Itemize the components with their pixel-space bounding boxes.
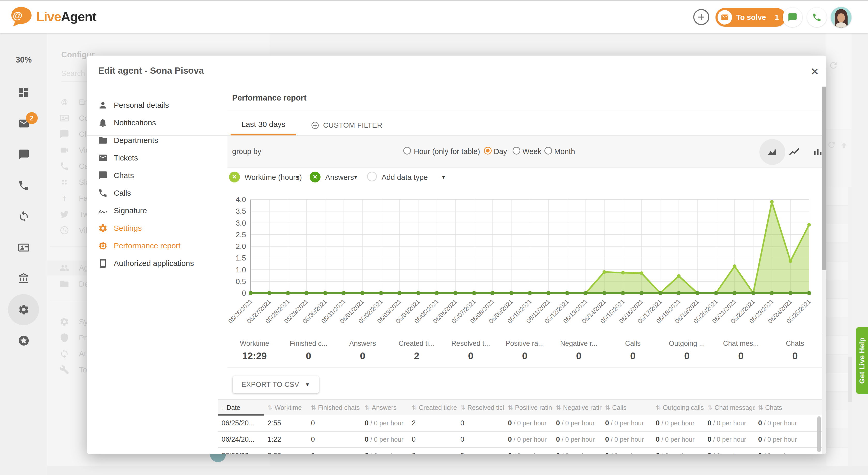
svg-text:1.0: 1.0 — [236, 266, 246, 274]
column-header-resolved-tickets[interactable]: ⇅Resolved tickets — [457, 400, 504, 416]
add-data-type-chip[interactable]: Add data type — [381, 173, 428, 182]
radio-day[interactable] — [484, 147, 492, 155]
sort-icon[interactable]: ⇅ — [311, 404, 316, 411]
sort-icon[interactable]: ⇅ — [268, 404, 273, 411]
tab-last-30-days[interactable]: Last 30 days — [230, 115, 296, 136]
phone-icon — [98, 188, 108, 198]
sort-icon[interactable]: ⇅ — [758, 404, 763, 411]
column-header-finished-chats[interactable]: ⇅Finished chats — [307, 400, 361, 416]
radio-month[interactable] — [545, 147, 552, 155]
sort-icon[interactable]: ⇅ — [460, 404, 465, 411]
add-new-button[interactable] — [693, 9, 709, 25]
chart-type-area-chart-button[interactable] — [760, 139, 785, 165]
modal-menu-signature[interactable]: Signature — [87, 202, 221, 219]
export-to-csv-label: EXPORT TO CSV — [241, 381, 299, 389]
chip-worktime-hours[interactable]: Worktime (hours) — [245, 173, 302, 182]
sort-icon[interactable]: ⇅ — [656, 404, 661, 411]
sort-icon[interactable]: ⇅ — [556, 404, 561, 411]
add-data-type-icon[interactable] — [367, 171, 377, 182]
chevron-down-icon[interactable]: ▼ — [441, 174, 446, 180]
export-to-csv-button[interactable]: EXPORT TO CSV ▼ — [232, 376, 319, 393]
sort-icon[interactable]: ⇅ — [508, 404, 513, 411]
svg-text:0.5: 0.5 — [236, 277, 246, 286]
sidebar-item-mail[interactable]: 2 — [0, 108, 47, 139]
sort-icon[interactable]: ⇅ — [412, 404, 417, 411]
stat-value: 0 — [660, 351, 714, 361]
sort-icon[interactable]: ⇅ — [365, 404, 370, 411]
sidebar-item-star-circle[interactable] — [0, 325, 47, 356]
modal-title: Edit agent - Sona Pisova — [98, 65, 204, 76]
sort-icon[interactable]: ⇅ — [708, 404, 712, 411]
modal-menu-chats[interactable]: Chats — [87, 167, 221, 184]
remove-chip-icon[interactable]: ✕ — [310, 171, 320, 183]
sidebar-item-id-card[interactable] — [0, 232, 47, 263]
remove-chip-icon[interactable]: ✕ — [229, 171, 240, 183]
close-icon[interactable]: ✕ — [809, 65, 821, 78]
modal-menu-departments[interactable]: Departments — [87, 131, 221, 149]
liveagent-logo[interactable]: @ LiveAgent — [10, 6, 96, 27]
sort-icon[interactable]: ↓ — [221, 404, 225, 411]
modal-menu-personal-details[interactable]: Personal details — [87, 96, 221, 114]
radio-week[interactable] — [513, 147, 520, 155]
modal-menu-notifications[interactable]: Notifications — [87, 114, 221, 131]
radio-label-day[interactable]: Day — [494, 147, 507, 156]
column-header-positive-rating[interactable]: ⇅Positive rating — [504, 400, 552, 416]
modal-scrollbar[interactable] — [822, 86, 826, 454]
cell-chats: 0 / 0 per hour — [754, 415, 822, 431]
sort-icon[interactable]: ⇅ — [605, 404, 610, 411]
user-avatar[interactable] — [831, 7, 851, 28]
to-solve-button[interactable]: To solve 1 — [715, 8, 786, 27]
sidebar-item-phone[interactable] — [0, 170, 47, 201]
sidebar-item-gear[interactable] — [0, 294, 47, 325]
modal-scrollbar-thumb[interactable] — [822, 87, 826, 270]
sidebar-item-bank[interactable] — [0, 263, 47, 294]
app: Configur Search ... @EmCoChVidCaSlafFaTw… — [0, 0, 868, 475]
chevron-down-icon[interactable]: ▼ — [353, 174, 358, 180]
column-header-chat-messages[interactable]: ⇅Chat messages — [704, 400, 754, 416]
performance-table: ↓Date⇅Worktime⇅Finished chats⇅Answers⇅Cr… — [218, 399, 822, 454]
stat-label: Calls — [606, 340, 660, 348]
folder-icon — [98, 135, 108, 145]
stat-value: 0 — [552, 351, 606, 361]
sidebar-item-sync[interactable] — [0, 201, 47, 232]
column-header-created-tickets[interactable]: ⇅Created tickets — [408, 400, 457, 416]
signature-icon — [98, 206, 108, 216]
svg-text:@: @ — [13, 10, 22, 21]
table-row[interactable]: 06/24/20...1:2200 / 0 per hour000 / 0 pe… — [218, 432, 822, 448]
column-header-chats[interactable]: ⇅Chats — [754, 400, 822, 416]
stat-value: 0 — [606, 351, 660, 361]
sidebar-item-dashboard[interactable] — [0, 77, 47, 108]
radio-label-week[interactable]: Week — [522, 147, 541, 156]
column-header-date[interactable]: ↓Date — [218, 400, 264, 416]
radio-hour-only-for-table[interactable] — [403, 147, 411, 155]
plus-circle-icon — [311, 121, 319, 130]
radio-label-hour-only-for-table[interactable]: Hour (only for table) — [414, 147, 480, 156]
cell-answers: 0 / 0 per hour — [361, 448, 408, 454]
column-header-calls[interactable]: ⇅Calls — [601, 400, 652, 416]
column-header-worktime[interactable]: ⇅Worktime — [264, 400, 307, 416]
chevron-down-icon[interactable]: ▼ — [295, 174, 300, 180]
modal-menu-settings[interactable]: Settings — [87, 219, 221, 237]
cell-finished-chats: 0 — [307, 432, 361, 447]
calls-button[interactable] — [807, 7, 827, 27]
person-icon — [97, 100, 108, 110]
column-header-answers[interactable]: ⇅Answers — [361, 400, 408, 416]
chip-answers[interactable]: Answers — [325, 173, 354, 182]
radio-label-month[interactable]: Month — [554, 147, 575, 156]
table-scrollbar-thumb[interactable] — [817, 416, 821, 452]
modal-menu-tickets[interactable]: Tickets — [87, 149, 221, 167]
chart-type-line-chart-button[interactable] — [782, 139, 807, 165]
sidebar-item-chat[interactable] — [0, 139, 47, 170]
column-header-outgoing-calls[interactable]: ⇅Outgoing calls — [652, 400, 704, 416]
stat-label: Finished c... — [281, 340, 336, 348]
table-header: ↓Date⇅Worktime⇅Finished chats⇅Answers⇅Cr… — [218, 399, 822, 415]
modal-menu-authorized-applications[interactable]: Authorized applications — [87, 255, 221, 272]
get-live-help-tab[interactable]: Get Live Help — [856, 327, 868, 394]
modal-menu-performance-report[interactable]: Performance report — [87, 237, 221, 255]
modal-menu-calls[interactable]: Calls — [87, 184, 221, 202]
tab-custom-filter[interactable]: CUSTOM FILTER — [303, 115, 390, 136]
column-header-negative-rating[interactable]: ⇅Negative rating — [552, 400, 601, 416]
chats-button[interactable] — [783, 7, 802, 27]
table-row[interactable]: 06/23/20...3:5500 / 0 per hour000 / 0 pe… — [218, 448, 822, 454]
table-row[interactable]: 06/25/20...2:5500 / 0 per hour200 / 0 pe… — [218, 415, 822, 432]
